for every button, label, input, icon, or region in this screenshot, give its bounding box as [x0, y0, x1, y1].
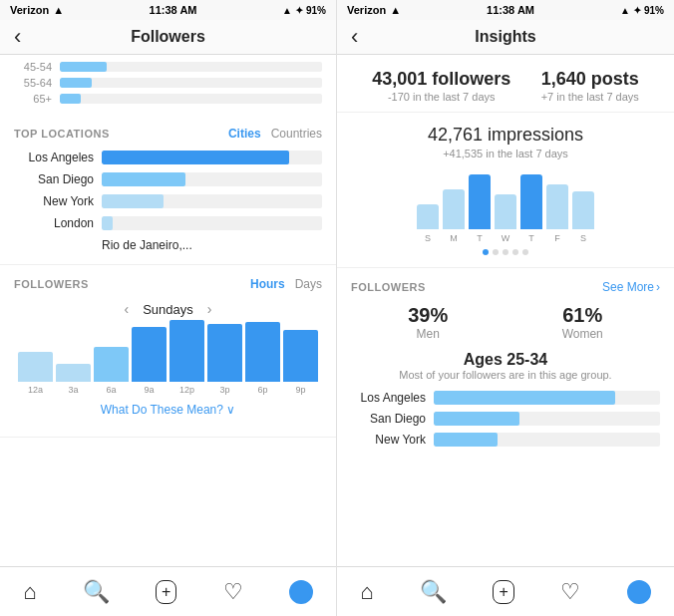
location-label: New York — [14, 194, 94, 208]
imp-dot — [503, 249, 508, 255]
chart-bar — [56, 364, 91, 382]
location-bar — [102, 194, 164, 208]
imp-day-label: S — [417, 233, 439, 243]
bottom-nav-right: ⌂ 🔍 + ♡ — [337, 566, 674, 616]
time-right: 11:38 AM — [487, 4, 534, 16]
imp-dot — [522, 249, 528, 255]
profile-icon-left[interactable] — [289, 580, 313, 604]
tab-countries[interactable]: Countries — [271, 127, 322, 141]
imp-bar — [443, 189, 465, 229]
home-icon-right[interactable]: ⌂ — [360, 579, 373, 605]
age-row: 55-64 — [14, 77, 322, 89]
location-bar-container — [102, 151, 322, 164]
wifi-icon-left: ▲ — [53, 4, 64, 16]
chart-bar — [283, 330, 318, 382]
bar-time-label: 12a — [28, 385, 43, 395]
carrier-left: Verizon — [10, 4, 49, 16]
add-icon-left[interactable]: + — [156, 580, 176, 604]
tab-days[interactable]: Days — [295, 277, 322, 291]
location-label: London — [14, 216, 94, 230]
location-bar-container — [102, 194, 322, 208]
top-locations-section: TOP LOCATIONS Cities Countries Los Angel… — [0, 115, 336, 265]
chart-nav: ‹ Sundays › — [14, 301, 322, 317]
back-button-right[interactable]: ‹ — [351, 24, 358, 50]
age-bar — [60, 62, 107, 72]
nav-bar-left: ‹ Followers — [0, 20, 336, 55]
city-label: San Diego — [351, 412, 426, 426]
imp-dot — [493, 249, 499, 255]
chart-bar — [245, 322, 280, 382]
page-title-right: Insights — [475, 28, 535, 46]
imp-bar — [495, 194, 516, 229]
home-icon-left[interactable]: ⌂ — [23, 579, 36, 605]
search-icon-left[interactable]: 🔍 — [83, 579, 110, 605]
location-label: Los Angeles — [14, 151, 94, 164]
bt-icon-left: ✦ — [295, 5, 303, 16]
chevron-right-icon: › — [656, 280, 660, 294]
chart-bar — [94, 347, 129, 382]
location-row: Los Angeles — [14, 151, 322, 164]
ages-block: Ages 25-34 Most of your followers are in… — [351, 351, 660, 381]
impressions-days: SMTWTFS — [351, 233, 660, 243]
chart-bar — [207, 324, 242, 382]
heart-icon-left[interactable]: ♡ — [223, 579, 243, 605]
chart-bar — [132, 327, 167, 382]
status-bar-left: Verizon ▲ 11:38 AM ▲ ✦ 91% — [0, 0, 336, 20]
what-link[interactable]: What Do These Mean? ∨ — [14, 395, 322, 425]
posts-count: 1,640 posts — [541, 69, 639, 90]
bar-wrapper: 6p — [245, 322, 280, 395]
search-icon-right[interactable]: 🔍 — [420, 579, 447, 605]
bar-time-label: 6a — [106, 385, 116, 395]
location-row: San Diego — [14, 172, 322, 186]
women-label: Women — [562, 327, 603, 341]
impressions-section: 42,761 impressions +41,535 in the last 7… — [337, 113, 674, 268]
age-label: 45-54 — [14, 61, 52, 73]
bar-wrapper: 12a — [18, 352, 53, 395]
carrier-right: Verizon — [347, 4, 386, 16]
city-row: New York — [351, 433, 660, 447]
age-bar-container — [60, 94, 322, 104]
see-more-button[interactable]: See More › — [602, 280, 660, 294]
chart-bar — [18, 352, 53, 382]
profile-icon-right[interactable] — [627, 580, 651, 604]
next-arrow[interactable]: › — [207, 301, 212, 317]
tab-cities[interactable]: Cities — [228, 127, 261, 141]
content-left: 45-54 55-64 65+ TOP LOCATIONS Cities Cou… — [0, 55, 336, 566]
women-pct: 61% — [562, 304, 603, 327]
signal-icon-left: ▲ — [282, 5, 292, 16]
followers-insights-section: FOLLOWERS See More › 39% Men 61% Women A… — [337, 268, 674, 465]
add-icon-right[interactable]: + — [493, 580, 513, 604]
back-button-left[interactable]: ‹ — [14, 24, 21, 50]
bar-wrapper: 3a — [56, 364, 91, 395]
followers-section-title: FOLLOWERS — [351, 281, 426, 293]
tab-hours[interactable]: Hours — [250, 277, 285, 291]
city-bar — [434, 433, 498, 447]
bar-wrapper: 12p — [169, 320, 204, 395]
city-bars: Los Angeles San Diego New York — [351, 391, 660, 447]
bottom-nav-left: ⌂ 🔍 + ♡ — [0, 566, 336, 616]
heart-icon-right[interactable]: ♡ — [560, 579, 580, 605]
city-bar-container — [434, 391, 660, 405]
location-row: New York — [14, 194, 322, 208]
men-label: Men — [408, 327, 448, 341]
signal-icon-right: ▲ — [620, 5, 630, 16]
bar-wrapper: 3p — [207, 324, 242, 395]
prev-arrow[interactable]: ‹ — [125, 301, 130, 317]
battery-left: 91% — [306, 5, 326, 16]
status-bar-right: Verizon ▲ 11:38 AM ▲ ✦ 91% — [337, 0, 674, 20]
impressions-chart — [351, 169, 660, 229]
age-row: 65+ — [14, 93, 322, 105]
age-section: 45-54 55-64 65+ — [0, 55, 336, 115]
bar-wrapper: 9a — [132, 327, 167, 395]
age-bar-container — [60, 78, 322, 88]
bt-icon-right: ✦ — [633, 5, 641, 16]
gender-row: 39% Men 61% Women — [351, 304, 660, 341]
location-row: London — [14, 216, 322, 230]
age-label: 65+ — [14, 93, 52, 105]
battery-right: 91% — [644, 5, 664, 16]
nav-bar-right: ‹ Insights — [337, 20, 674, 55]
city-bar-container — [434, 412, 660, 426]
content-right: 43,001 followers -170 in the last 7 days… — [337, 55, 674, 566]
bar-time-label: 9p — [295, 385, 305, 395]
city-label: Los Angeles — [351, 391, 426, 405]
